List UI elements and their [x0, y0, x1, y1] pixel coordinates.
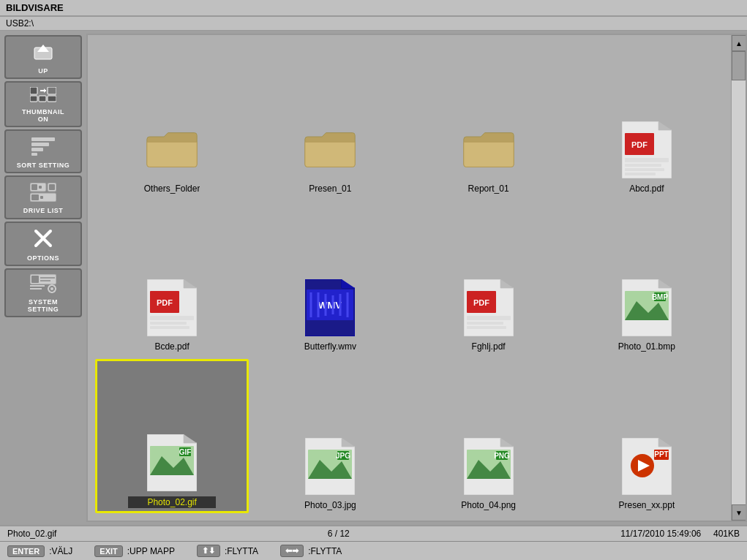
system-setting-label: SYSTEMSETTING	[28, 298, 59, 313]
svg-rect-10	[31, 143, 49, 146]
list-item[interactable]: PPT Presen_xx.ppt	[570, 359, 724, 513]
svg-marker-55	[342, 279, 355, 288]
file-name: Photo_03.jpg	[304, 500, 356, 510]
drive-list-icon	[30, 183, 56, 205]
file-icon-report01	[459, 121, 518, 179]
svg-line-35	[54, 286, 55, 287]
svg-marker-96	[658, 438, 672, 447]
file-icon-abcdpdf: PDF	[618, 121, 676, 179]
file-name: Others_Folder	[144, 183, 200, 194]
list-item[interactable]: BMP Photo_01.bmp	[570, 201, 724, 355]
svg-text:PPT: PPT	[654, 450, 668, 458]
scroll-up-arrow[interactable]: ▲	[732, 35, 746, 51]
list-item[interactable]: PDF Fghlj.pdf	[412, 201, 566, 355]
thumbnail-icon	[30, 87, 56, 106]
svg-marker-40	[658, 121, 672, 130]
svg-marker-48	[184, 279, 197, 288]
file-icon-presen01	[301, 121, 359, 179]
file-name: Fghlj.pdf	[472, 341, 506, 352]
file-name: Butterfly.wmv	[304, 341, 356, 352]
svg-text:PDF: PDF	[631, 140, 647, 149]
svg-text:PNG: PNG	[494, 452, 510, 460]
bottom-key-leftright: ⬅➡ :FLYTTA	[280, 545, 342, 557]
svg-line-33	[54, 291, 55, 292]
exit-key-action: :UPP MAPP	[127, 546, 175, 556]
file-icon-presenxxppt: PPT	[618, 437, 676, 496]
list-item[interactable]: Report_01	[412, 42, 566, 197]
bottom-bar: ENTER :VÄLJ EXIT :UPP MAPP ⬆⬇ :FLYTTA ⬅➡…	[0, 541, 747, 560]
drive-list-label: DRIVE LIST	[23, 207, 64, 214]
up-button[interactable]: UP	[4, 35, 82, 79]
list-item[interactable]: PNG Photo_04.png	[412, 359, 566, 513]
options-icon	[32, 227, 54, 252]
path-text: USB2:\	[6, 18, 34, 29]
up-label: UP	[38, 67, 48, 75]
scroll-track	[732, 51, 746, 504]
thumbnail-label: THUMBNAILON	[22, 108, 64, 123]
svg-rect-2	[30, 87, 37, 94]
svg-text:PDF: PDF	[473, 298, 489, 307]
list-item[interactable]: JPG Photo_03.jpg	[253, 359, 407, 513]
options-button[interactable]: OPTIONS	[4, 222, 82, 266]
svg-text:JPG: JPG	[336, 452, 350, 460]
sort-setting-label: SORT SETTING	[17, 162, 70, 169]
sort-setting-icon	[31, 136, 56, 159]
svg-marker-4	[44, 88, 46, 93]
file-icon-butterfly: WMV	[301, 279, 359, 337]
thumbnail-button[interactable]: THUMBNAILON	[4, 81, 82, 127]
svg-text:PDF: PDF	[157, 298, 173, 307]
svg-rect-44	[625, 164, 661, 167]
exit-key-badge: EXIT	[94, 545, 122, 557]
main-area: UP THUMBNAILON	[0, 31, 747, 525]
scroll-down-arrow[interactable]: ▼	[732, 504, 746, 521]
page-info-status: 6 / 12	[328, 529, 350, 539]
sidebar: UP THUMBNAILON	[0, 31, 86, 525]
file-icon-bcdepdf: PDF	[143, 279, 201, 337]
bottom-key-updown: ⬆⬇ :FLYTTA	[197, 545, 258, 557]
scrollbar: ▲ ▼	[731, 35, 746, 521]
file-name: Photo_04.png	[461, 500, 516, 510]
enter-key-action: :VÄLJ	[49, 546, 72, 556]
file-grid: Others_Folder Presen_01	[88, 35, 731, 521]
svg-rect-19	[31, 194, 39, 200]
list-item[interactable]: PDF Abcd.pdf	[570, 42, 724, 197]
status-bar: Photo_02.gif 6 / 12 11/17/2010 15:49:06 …	[0, 525, 747, 541]
list-item[interactable]: Others_Folder	[95, 42, 249, 197]
svg-rect-46	[625, 173, 656, 175]
file-area: Others_Folder Presen_01	[86, 34, 747, 522]
file-name: Report_01	[468, 183, 509, 194]
datetime-status: 11/17/2010 15:49:06 401KB	[620, 529, 740, 539]
list-item[interactable]: Presen_01	[253, 42, 407, 197]
svg-rect-14	[31, 184, 37, 190]
scroll-thumb[interactable]	[732, 51, 746, 80]
svg-rect-8	[48, 96, 56, 102]
svg-rect-45	[625, 168, 664, 171]
svg-rect-6	[30, 96, 37, 102]
app-title: BILDVISARE	[6, 2, 64, 13]
selected-file-status: Photo_02.gif	[7, 529, 56, 539]
file-name: Presen_01	[309, 183, 351, 194]
file-name: Photo_02.gif	[128, 496, 216, 508]
svg-rect-70	[467, 326, 506, 329]
sort-setting-button[interactable]: SORT SETTING	[4, 129, 82, 173]
svg-rect-11	[31, 148, 43, 151]
file-icon-photo04png: PNG	[459, 437, 518, 496]
svg-line-32	[49, 286, 50, 287]
list-item[interactable]: GIF Photo_02.gif	[95, 359, 249, 513]
file-icon-photo03jpg: JPG	[301, 437, 359, 496]
drive-list-button[interactable]: DRIVE LIST	[4, 175, 82, 219]
options-label: OPTIONS	[27, 254, 59, 262]
svg-rect-52	[150, 322, 187, 325]
system-setting-icon	[30, 274, 56, 296]
list-item[interactable]: PDF Bcde.pdf	[95, 201, 249, 355]
list-item[interactable]: WMV Butterfly.wmv	[253, 201, 407, 355]
svg-text:GIF: GIF	[179, 448, 192, 456]
svg-rect-24	[31, 276, 39, 283]
svg-line-34	[49, 291, 50, 292]
file-icon-photo01bmp: BMP	[618, 279, 676, 337]
svg-rect-20	[40, 196, 43, 199]
system-setting-button[interactable]: SYSTEMSETTING	[4, 268, 82, 317]
svg-marker-84	[342, 438, 355, 447]
updown-key-action: :FLYTTA	[225, 546, 258, 556]
file-name: Abcd.pdf	[629, 183, 664, 194]
